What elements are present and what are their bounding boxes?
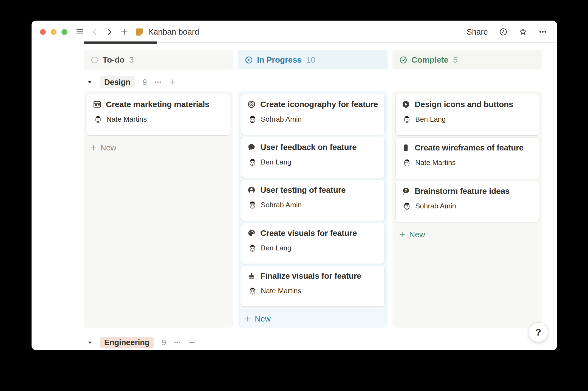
card-title: Design icons and buttons bbox=[415, 100, 513, 109]
speech-bubble-icon bbox=[247, 143, 256, 152]
kanban-card[interactable]: Create marketing materials Nate Martins bbox=[87, 94, 230, 135]
card-title-row: User testing of feature bbox=[247, 185, 378, 195]
card-title-row: Finalize visuals for feature bbox=[247, 271, 378, 281]
column-label: To-do bbox=[103, 55, 125, 65]
add-card-label: New bbox=[409, 230, 425, 239]
board-view: To-do 3 In Progress 10 Complete 5 Design… bbox=[32, 50, 557, 349]
column-label: In Progress bbox=[257, 55, 302, 65]
phone-icon bbox=[402, 143, 410, 152]
add-card-button[interactable]: New bbox=[396, 229, 539, 241]
card-assignee-row: Nate Martins bbox=[402, 158, 533, 167]
assignee-name: Ben Lang bbox=[261, 244, 291, 252]
add-card-button[interactable]: New bbox=[241, 313, 384, 325]
target-icon bbox=[247, 100, 256, 109]
assignee-name: Sohrab Amin bbox=[415, 202, 456, 210]
add-card-label: New bbox=[100, 143, 116, 152]
kanban-card[interactable]: User feedback on feature Ben Lang bbox=[241, 137, 384, 178]
kanban-card[interactable]: Finalize visuals for feature Nate Martin… bbox=[241, 266, 384, 306]
group-options-icon[interactable] bbox=[173, 339, 181, 346]
card-title-row: Design icons and buttons bbox=[402, 100, 533, 109]
kanban-card[interactable]: Design icons and buttons Ben Lang bbox=[396, 94, 539, 135]
star-icon[interactable] bbox=[519, 27, 527, 36]
layout-icon bbox=[93, 100, 101, 109]
ben-avatar bbox=[248, 243, 257, 253]
help-button[interactable]: ? bbox=[529, 323, 548, 342]
column-header-todo[interactable]: To-do 3 bbox=[84, 50, 233, 69]
close-window-button[interactable] bbox=[40, 29, 46, 35]
play-circle-filled-icon bbox=[402, 100, 410, 109]
card-title-row: User feedback on feature bbox=[247, 143, 378, 152]
group-header-design: Design 9 bbox=[84, 76, 542, 89]
kanban-card[interactable]: User testing of feature Sohrab Amin bbox=[241, 180, 384, 220]
assignee-name: Nate Martins bbox=[415, 158, 456, 167]
column-complete: Design icons and buttons Ben Lang Create… bbox=[392, 91, 542, 328]
card-assignee-row: Nate Martins bbox=[93, 114, 224, 124]
column-header-complete[interactable]: Complete 5 bbox=[392, 50, 542, 69]
assignee-name: Sohrab Amin bbox=[261, 115, 302, 124]
ben-avatar bbox=[248, 157, 257, 167]
zoom-window-button[interactable] bbox=[61, 29, 67, 35]
kanban-card[interactable]: Create visuals for feature Ben Lang bbox=[241, 223, 384, 264]
card-title: Create visuals for feature bbox=[260, 228, 357, 238]
card-title-row: ? Brainstorm feature ideas bbox=[402, 186, 533, 196]
minimize-window-button[interactable] bbox=[51, 29, 56, 35]
card-title: User feedback on feature bbox=[260, 143, 357, 152]
card-assignee-row: Sohrab Amin bbox=[402, 201, 533, 211]
group-add-card-icon[interactable] bbox=[169, 78, 177, 86]
page-title[interactable]: Kanban board bbox=[148, 27, 199, 37]
plus-icon bbox=[398, 231, 406, 238]
back-icon[interactable] bbox=[90, 27, 99, 36]
kanban-card[interactable]: Create iconography for feature Sohrab Am… bbox=[241, 94, 384, 135]
card-assignee-row: Sohrab Amin bbox=[247, 114, 378, 124]
window-controls bbox=[40, 29, 67, 35]
group-name-pill[interactable]: Design bbox=[100, 76, 135, 88]
group-count: 9 bbox=[143, 78, 147, 87]
card-title: Create marketing materials bbox=[106, 100, 209, 109]
card-title: Create iconography for feature bbox=[260, 100, 378, 109]
dashed-circle-icon bbox=[90, 56, 99, 64]
assignee-name: Ben Lang bbox=[415, 115, 446, 124]
user-circle-icon bbox=[247, 186, 256, 194]
kanban-card[interactable]: Create wireframes of feature Nate Martin… bbox=[396, 138, 539, 179]
forward-icon[interactable] bbox=[105, 27, 114, 36]
desktop-background: Kanban board Share To-do 3 In Pro bbox=[0, 0, 588, 391]
card-title-row: Create iconography for feature bbox=[247, 100, 378, 109]
kanban-card[interactable]: ? Brainstorm feature ideas Sohrab Amin bbox=[396, 181, 539, 222]
palette-icon bbox=[247, 229, 256, 238]
column-headers-row: To-do 3 In Progress 10 Complete 5 bbox=[84, 50, 542, 69]
add-card-label: New bbox=[255, 314, 271, 323]
card-title: Finalize visuals for feature bbox=[260, 271, 361, 281]
column-header-in-progress[interactable]: In Progress 10 bbox=[238, 50, 388, 69]
share-button[interactable]: Share bbox=[467, 27, 488, 37]
clock-icon[interactable] bbox=[499, 27, 508, 36]
ben-avatar bbox=[402, 114, 412, 124]
nate-avatar bbox=[248, 286, 257, 296]
card-title-row: Create marketing materials bbox=[93, 100, 224, 109]
scroll-indicator bbox=[84, 41, 157, 44]
card-title: Brainstorm feature ideas bbox=[415, 186, 510, 196]
topbar-divider bbox=[84, 42, 557, 43]
group-name-pill[interactable]: Engineering bbox=[100, 337, 154, 348]
card-assignee-row: Ben Lang bbox=[402, 114, 533, 124]
assignee-name: Ben Lang bbox=[261, 158, 291, 166]
board-columns: Create marketing materials Nate Martins … bbox=[84, 91, 542, 328]
thought-question-icon: ? bbox=[402, 187, 410, 196]
menu-icon[interactable] bbox=[75, 27, 84, 36]
more-options-icon[interactable] bbox=[538, 27, 547, 36]
new-page-icon[interactable] bbox=[120, 27, 129, 36]
column-count: 3 bbox=[129, 55, 134, 65]
group-add-card-icon[interactable] bbox=[188, 339, 196, 346]
assignee-name: Sohrab Amin bbox=[261, 201, 302, 209]
add-card-button[interactable]: New bbox=[87, 142, 230, 154]
group-header-engineering: Engineering 9 bbox=[84, 336, 542, 349]
column-label: Complete bbox=[411, 55, 448, 65]
group-count: 9 bbox=[162, 338, 166, 347]
group-options-icon[interactable] bbox=[154, 78, 162, 86]
column-todo: Create marketing materials Nate Martins … bbox=[84, 91, 233, 328]
collapse-group-icon[interactable] bbox=[87, 80, 92, 85]
card-assignee-row: Sohrab Amin bbox=[247, 200, 378, 210]
sohrab-avatar bbox=[248, 200, 257, 210]
collapse-group-icon[interactable] bbox=[87, 340, 92, 345]
card-title: User testing of feature bbox=[260, 185, 346, 195]
assignee-name: Nate Martins bbox=[261, 287, 301, 295]
